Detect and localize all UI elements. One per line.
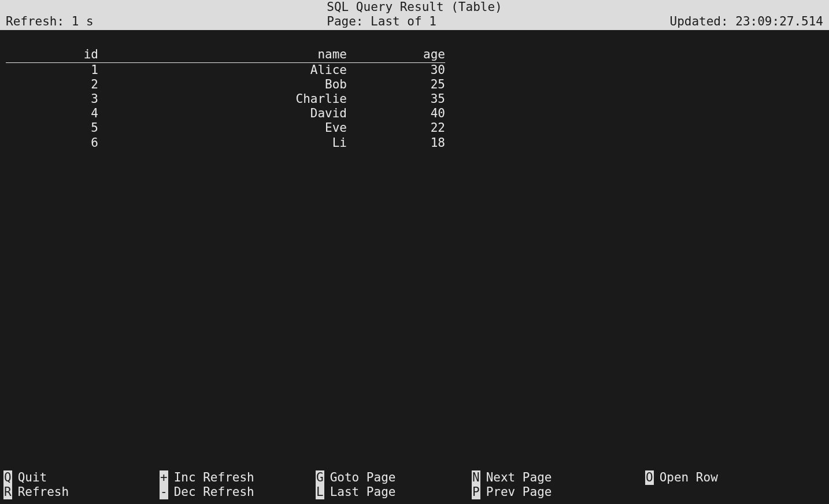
shortcut-key: L	[316, 485, 324, 499]
shortcut-open-row[interactable]: O Open Row	[645, 470, 801, 485]
shortcut-label: Open Row	[660, 470, 718, 485]
shortcut-inc-refresh[interactable]: + Inc Refresh	[160, 470, 316, 485]
refresh-status: Refresh: 1 s	[6, 14, 94, 29]
shortcut-key: G	[316, 470, 324, 485]
page-status: Page: Last of 1	[94, 14, 670, 29]
table-row[interactable]: 4 David 40	[6, 106, 445, 121]
shortcut-quit[interactable]: Q Quit	[3, 470, 160, 485]
footer-row-1: Q Quit + Inc Refresh G Goto Page N Next …	[3, 470, 826, 485]
shortcut-label: Quit	[18, 470, 47, 485]
shortcut-refresh[interactable]: R Refresh	[3, 485, 160, 499]
results-area: id name age 1 Alice 30 2 Bob 25 3 Charli…	[0, 30, 829, 150]
cell-id: 1	[6, 62, 98, 77]
column-header-id: id	[6, 47, 98, 62]
table-row[interactable]: 1 Alice 30	[6, 62, 445, 77]
table-row[interactable]: 5 Eve 22	[6, 121, 445, 135]
cell-id: 4	[6, 106, 98, 121]
cell-age: 35	[347, 92, 445, 106]
table-row[interactable]: 6 Li 18	[6, 136, 445, 150]
header-status-row: Refresh: 1 s Page: Last of 1 Updated: 23…	[6, 14, 823, 29]
shortcut-key: O	[645, 470, 654, 485]
cell-id: 6	[6, 136, 98, 150]
shortcut-label: Last Page	[330, 485, 396, 499]
cell-id: 3	[6, 92, 98, 106]
cell-age: 25	[347, 77, 445, 92]
cell-name: David	[98, 106, 347, 121]
cell-name: Li	[98, 136, 347, 150]
cell-name: Eve	[98, 121, 347, 135]
shortcut-label: Refresh	[18, 485, 69, 499]
cell-name: Alice	[98, 62, 347, 77]
footer-row-2: R Refresh - Dec Refresh L Last Page P Pr…	[3, 485, 826, 499]
table-header-row: id name age	[6, 47, 445, 62]
shortcut-label: Next Page	[486, 470, 552, 485]
shortcut-key: Q	[3, 470, 12, 485]
updated-status: Updated: 23:09:27.514	[669, 14, 823, 29]
window-title: SQL Query Result (Table)	[6, 0, 823, 14]
table-row[interactable]: 2 Bob 25	[6, 77, 445, 92]
shortcut-dec-refresh[interactable]: - Dec Refresh	[160, 485, 316, 499]
shortcut-label: Prev Page	[486, 485, 552, 499]
cell-age: 30	[347, 62, 445, 77]
footer-shortcuts: Q Quit + Inc Refresh G Goto Page N Next …	[0, 470, 829, 499]
shortcut-key: P	[472, 485, 480, 499]
shortcut-key: -	[160, 485, 168, 499]
shortcut-next-page[interactable]: N Next Page	[472, 470, 645, 485]
shortcut-key: +	[160, 470, 168, 485]
shortcut-label: Inc Refresh	[174, 470, 254, 485]
table-row[interactable]: 3 Charlie 35	[6, 92, 445, 106]
shortcut-label: Goto Page	[330, 470, 396, 485]
cell-name: Charlie	[98, 92, 347, 106]
results-table: id name age 1 Alice 30 2 Bob 25 3 Charli…	[6, 47, 445, 150]
shortcut-goto-page[interactable]: G Goto Page	[316, 470, 472, 485]
column-header-age: age	[347, 47, 445, 62]
cell-age: 40	[347, 106, 445, 121]
cell-name: Bob	[98, 77, 347, 92]
shortcut-label: Dec Refresh	[174, 485, 254, 499]
shortcut-last-page[interactable]: L Last Page	[316, 485, 472, 499]
shortcut-prev-page[interactable]: P Prev Page	[472, 485, 645, 499]
shortcut-key: R	[3, 485, 12, 499]
shortcut-key: N	[472, 470, 480, 485]
header-bar: SQL Query Result (Table) Refresh: 1 s Pa…	[0, 0, 829, 30]
cell-id: 5	[6, 121, 98, 135]
cell-age: 18	[347, 136, 445, 150]
column-header-name: name	[98, 47, 347, 62]
cell-id: 2	[6, 77, 98, 92]
cell-age: 22	[347, 121, 445, 135]
